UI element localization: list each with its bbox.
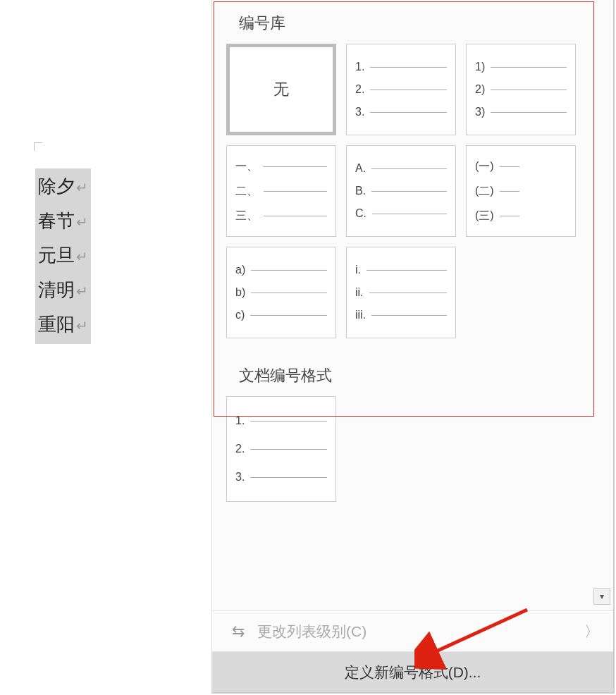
doc-line: 清明↵ [38,273,88,308]
scroll-down-button[interactable]: ▾ [593,588,610,605]
numbering-tile-none[interactable]: 无 [226,44,336,135]
pilcrow-icon: ↵ [76,283,88,299]
doc-formats-gallery: 1. 2. 3. [212,396,613,516]
pilcrow-icon: ↵ [76,318,88,333]
numbering-tile-chinese-paren[interactable]: (一) (二) (三) [466,145,576,237]
pilcrow-icon: ↵ [76,249,88,264]
numbering-library-gallery: 无 1. 2. 3. 1) 2) 3) 一、 二、 三、 A. [212,44,613,352]
chevron-right-icon: 〉 [584,622,599,641]
numbering-tile-chinese-comma[interactable]: 一、 二、 三、 [226,145,336,237]
doc-format-tile[interactable]: 1. 2. 3. [226,396,336,502]
dropdown-footer: ⇆ 更改列表级别(C) 〉 定义新编号格式(D)... [212,610,613,692]
change-list-level-menu: ⇆ 更改列表级别(C) 〉 [212,610,613,651]
library-section-title: 编号库 [212,0,613,44]
doc-line: 春节↵ [38,204,88,239]
define-new-format-menu[interactable]: 定义新编号格式(D)... [212,651,613,692]
numbering-tile-arabic-paren[interactable]: 1) 2) 3) [466,44,576,135]
doc-line: 元旦↵ [38,239,88,273]
define-new-format-label: 定义新编号格式(D)... [345,663,481,682]
doc-line: 除夕↵ [38,170,88,204]
doc-formats-section-title: 文档编号格式 [212,352,613,396]
pilcrow-icon: ↵ [76,214,88,230]
numbering-tile-roman-lower[interactable]: i. ii. iii. [346,247,456,338]
text-selection[interactable]: 除夕↵ 春节↵ 元旦↵ 清明↵ 重阳↵ [35,168,91,344]
numbering-dropdown: 编号库 无 1. 2. 3. 1) 2) 3) 一、 二、 三、 [211,0,615,694]
change-list-level-label: 更改列表级别(C) [257,622,366,641]
indent-icon: ⇆ [232,622,245,641]
document-area: 除夕↵ 春节↵ 元旦↵ 清明↵ 重阳↵ [0,0,211,695]
margin-marker [34,142,42,151]
numbering-tile-lower-alpha-paren[interactable]: a) b) c) [226,247,336,338]
chevron-down-icon: ▾ [600,591,604,601]
pilcrow-icon: ↵ [76,180,88,195]
numbering-tile-arabic-period[interactable]: 1. 2. 3. [346,44,456,135]
none-label: 无 [273,79,289,100]
doc-line: 重阳↵ [38,308,88,343]
numbering-tile-upper-alpha[interactable]: A. B. C. [346,145,456,237]
